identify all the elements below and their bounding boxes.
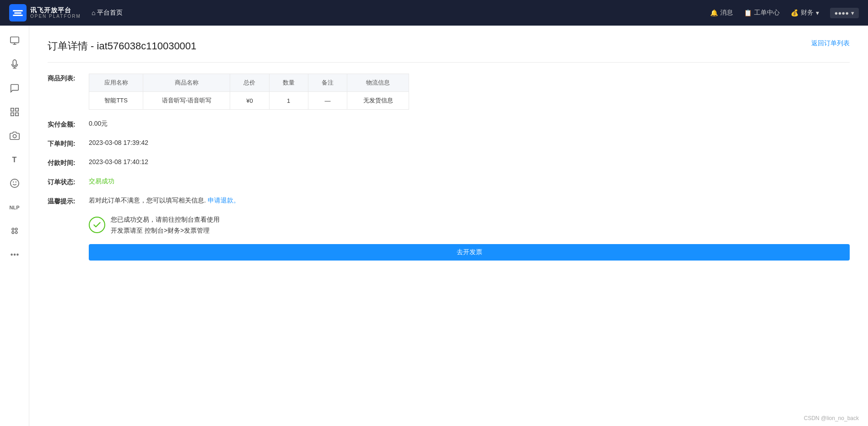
warm-tip-value: 若对此订单不满意，您可以填写相关信息. 申请退款。 bbox=[89, 197, 240, 205]
cell-logistics: 无发货信息 bbox=[347, 92, 409, 110]
home-icon: ⌂ bbox=[92, 9, 95, 16]
home-label: 平台首页 bbox=[97, 9, 123, 17]
nlp-icon: NLP bbox=[10, 205, 20, 210]
cell-quantity: 1 bbox=[269, 92, 308, 110]
svg-rect-4 bbox=[15, 112, 18, 115]
product-table: 应用名称 商品名称 总价 数量 备注 物流信息 智能TTS语音听写-语音听写¥0… bbox=[89, 74, 409, 110]
sidebar-item-audio[interactable] bbox=[5, 55, 25, 75]
top-navigation: 讯飞开放平台 OPEN PLATFORM ⌂ 平台首页 🔔 消息 📋 工单中心 … bbox=[0, 0, 868, 26]
svg-point-9 bbox=[12, 228, 14, 230]
page-footer: CSDN @lion_no_back bbox=[804, 415, 859, 421]
workcenter-nav-item[interactable]: 📋 工单中心 bbox=[744, 9, 780, 17]
finance-label: 财务 bbox=[801, 9, 814, 17]
product-list-label: 商品列表: bbox=[48, 74, 89, 83]
svg-point-14 bbox=[14, 254, 15, 255]
success-box: 您已成功交易，请前往控制台查看使用 开发票请至 控制台>财务>发票管理 去开发票 bbox=[89, 216, 850, 261]
warm-tip-label: 温馨提示: bbox=[48, 197, 89, 206]
status-label: 订单状态: bbox=[48, 177, 89, 186]
svg-point-11 bbox=[12, 231, 14, 234]
col-price: 总价 bbox=[230, 74, 269, 92]
svg-rect-0 bbox=[10, 37, 18, 43]
more-icon bbox=[10, 250, 20, 261]
camera-icon bbox=[10, 131, 20, 142]
product-list-row: 商品列表: 应用名称 商品名称 总价 数量 备注 物流信息 智 bbox=[48, 74, 850, 110]
messages-label: 消息 bbox=[720, 9, 733, 17]
product-list-value: 应用名称 商品名称 总价 数量 备注 物流信息 智能TTS语音听写-语音听写¥0… bbox=[89, 74, 409, 110]
main-content: 订单详情 - iat576038c110030001 返回订单列表 商品列表: … bbox=[29, 26, 868, 426]
user-menu[interactable]: ●●●● ▾ bbox=[830, 8, 859, 18]
sidebar-item-grid[interactable] bbox=[5, 102, 25, 122]
cell-product_name: 语音听写-语音听写 bbox=[143, 92, 230, 110]
order-detail-section: 商品列表: 应用名称 商品名称 总价 数量 备注 物流信息 智 bbox=[48, 74, 850, 261]
home-nav-item[interactable]: ⌂ 平台首页 bbox=[92, 9, 123, 17]
logo-main-text: 讯飞开放平台 bbox=[30, 6, 81, 14]
sidebar-item-monitor[interactable] bbox=[5, 31, 25, 51]
svg-point-15 bbox=[17, 254, 18, 255]
svg-point-5 bbox=[13, 134, 16, 138]
text-ocr-icon: T bbox=[12, 156, 17, 164]
sidebar-item-text[interactable]: T bbox=[5, 150, 25, 170]
footer-label: CSDN @lion_no_back bbox=[804, 415, 859, 421]
sidebar-item-more[interactable] bbox=[5, 245, 25, 265]
back-link[interactable]: 返回订单列表 bbox=[811, 39, 850, 48]
sidebar-item-nlp[interactable]: NLP bbox=[5, 197, 25, 218]
cell-remark: — bbox=[308, 92, 347, 110]
svg-point-6 bbox=[10, 179, 18, 187]
face-icon bbox=[10, 178, 20, 190]
logo-sub-text: OPEN PLATFORM bbox=[30, 14, 81, 19]
invoice-button[interactable]: 去开发票 bbox=[89, 244, 850, 261]
status-row: 订单状态: 交易成功 bbox=[48, 177, 850, 186]
monitor-icon bbox=[10, 36, 20, 47]
logo-text: 讯飞开放平台 OPEN PLATFORM bbox=[30, 6, 81, 20]
status-value: 交易成功 bbox=[89, 177, 114, 186]
warm-tip-row: 温馨提示: 若对此订单不满意，您可以填写相关信息. 申请退款。 bbox=[48, 197, 850, 206]
svg-rect-3 bbox=[11, 112, 13, 115]
user-avatar: ●●●● bbox=[835, 10, 849, 16]
grid-icon bbox=[10, 107, 20, 118]
check-icon bbox=[89, 217, 105, 233]
col-app-name: 应用名称 bbox=[89, 74, 143, 92]
page-header: 订单详情 - iat576038c110030001 返回订单列表 bbox=[48, 39, 850, 63]
svg-rect-2 bbox=[15, 108, 18, 111]
success-text: 您已成功交易，请前往控制台查看使用 开发票请至 控制台>财务>发票管理 bbox=[111, 216, 220, 235]
order-time-row: 下单时间: 2023-03-08 17:39:42 bbox=[48, 139, 850, 148]
pay-time-value: 2023-03-08 17:40:12 bbox=[89, 158, 148, 165]
tip-text: 若对此订单不满意，您可以填写相关信息. bbox=[89, 197, 206, 204]
pay-time-label: 付款时间: bbox=[48, 158, 89, 167]
svg-point-13 bbox=[11, 254, 12, 255]
amount-value: 0.00元 bbox=[89, 120, 108, 128]
order-time-value: 2023-03-08 17:39:42 bbox=[89, 139, 148, 146]
svg-rect-1 bbox=[11, 108, 13, 111]
cell-app_name: 智能TTS bbox=[89, 92, 143, 110]
col-quantity: 数量 bbox=[269, 74, 308, 92]
page-title: 订单详情 - iat576038c110030001 bbox=[48, 39, 196, 53]
table-row: 智能TTS语音听写-语音听写¥01—无发货信息 bbox=[89, 92, 409, 110]
workcenter-label: 工单中心 bbox=[754, 9, 780, 17]
sidebar-item-apps[interactable] bbox=[5, 221, 25, 241]
bell-icon: 🔔 bbox=[710, 9, 718, 16]
refund-link[interactable]: 申请退款。 bbox=[208, 197, 240, 204]
success-line1: 您已成功交易，请前往控制台查看使用 bbox=[111, 216, 220, 224]
messages-nav-item[interactable]: 🔔 消息 bbox=[710, 9, 733, 17]
ticket-icon: 📋 bbox=[744, 9, 752, 16]
amount-row: 实付金额: 0.00元 bbox=[48, 120, 850, 129]
logo-icon bbox=[9, 4, 27, 21]
finance-nav-item[interactable]: 💰 财务 ▾ bbox=[791, 9, 819, 17]
apps-icon bbox=[10, 226, 20, 237]
svg-point-12 bbox=[15, 231, 17, 234]
cell-price: ¥0 bbox=[230, 92, 269, 110]
audio-icon bbox=[10, 59, 20, 71]
sidebar-item-chat[interactable] bbox=[5, 79, 25, 99]
chevron-down-icon-user: ▾ bbox=[851, 10, 854, 16]
col-product-name: 商品名称 bbox=[143, 74, 230, 92]
sidebar-item-face[interactable] bbox=[5, 174, 25, 194]
svg-point-10 bbox=[15, 228, 17, 230]
pay-time-row: 付款时间: 2023-03-08 17:40:12 bbox=[48, 158, 850, 167]
amount-label: 实付金额: bbox=[48, 120, 89, 129]
chat-icon bbox=[10, 83, 20, 95]
col-logistics: 物流信息 bbox=[347, 74, 409, 92]
order-time-label: 下单时间: bbox=[48, 139, 89, 148]
finance-icon: 💰 bbox=[791, 9, 798, 16]
success-icon-row: 您已成功交易，请前往控制台查看使用 开发票请至 控制台>财务>发票管理 bbox=[89, 216, 850, 235]
sidebar-item-camera[interactable] bbox=[5, 126, 25, 146]
